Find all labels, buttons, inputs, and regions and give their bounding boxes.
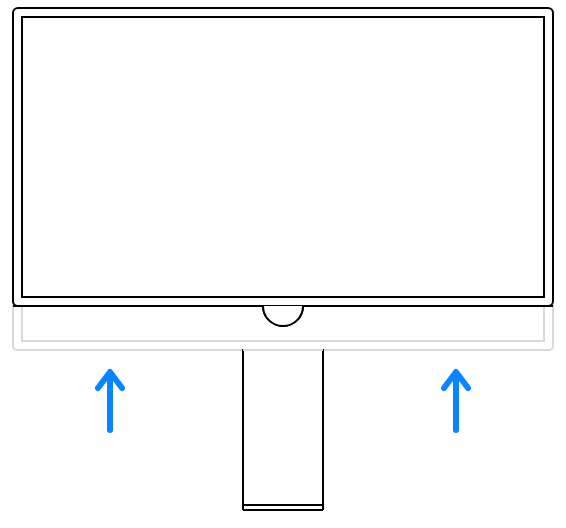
stand-outline [243,350,323,510]
display-adjustment-diagram: Raise display upward [0,0,566,528]
stand-notch [263,306,303,326]
svg-rect-4 [243,350,323,505]
svg-rect-3 [22,17,544,297]
raise-arrow-left [98,372,122,430]
raise-arrow-right [444,372,468,430]
diagram-svg [0,0,566,528]
